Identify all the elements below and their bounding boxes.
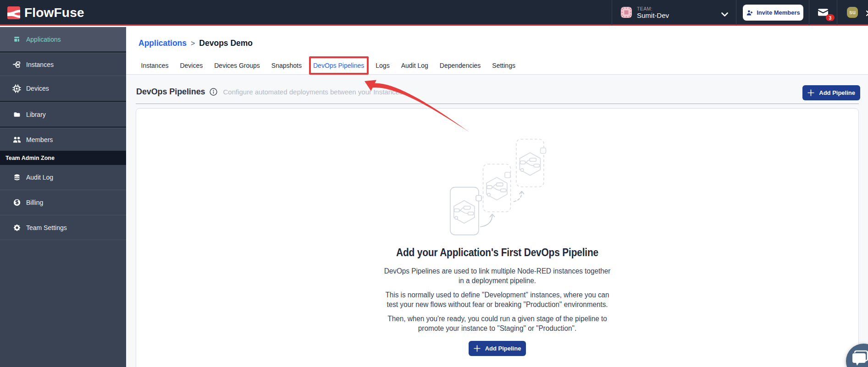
empty-state-paragraph: Then, when you're ready, you could run a… (152, 314, 842, 333)
user-add-icon (746, 9, 753, 16)
tab-audit-log[interactable]: Audit Log (395, 56, 434, 75)
top-navigation-bar: FlowFuse TEAM: Sumit-Dev Invite Members (0, 0, 868, 26)
invite-members-button[interactable]: Invite Members (743, 5, 803, 21)
currency-dollar-icon (12, 198, 21, 207)
user-avatar[interactable]: su (847, 7, 858, 18)
pipelines-empty-state-card: Add your Application's First DevOps Pipe… (136, 108, 859, 367)
section-subtitle: Configure automated deployments between … (223, 88, 403, 96)
sidebar-item-label: Library (26, 111, 46, 118)
empty-state-text-line2: promote your instance to "Staging" or "P… (418, 324, 576, 332)
notification-count-badge: 3 (826, 14, 835, 21)
empty-state-text-line1: Then, when you're ready, you could run a… (387, 315, 607, 323)
users-icon (12, 135, 21, 144)
empty-state-paragraph: DevOps Pipelines are used to link multip… (152, 266, 842, 285)
sidebar-item-label: Instances (26, 61, 54, 68)
tab-settings[interactable]: Settings (487, 56, 521, 75)
gear-icon (12, 223, 21, 232)
sidebar-navigation: Applications Instances (0, 27, 126, 367)
empty-state-text-line1: This is normally used to define "Develop… (385, 291, 609, 299)
database-icon (12, 173, 21, 182)
tab-snapshots[interactable]: Snapshots (265, 56, 307, 75)
empty-state-text-line1: DevOps Pipelines are used to link multip… (384, 267, 610, 275)
empty-state-paragraph: This is normally used to define "Develop… (152, 290, 842, 309)
sidebar-item-members[interactable]: Members (0, 128, 126, 151)
application-tabs: Instances Devices Devices Groups Snapsho… (135, 56, 521, 75)
sidebar-item-label: Devices (26, 85, 49, 92)
empty-state-text-line2: in a deployment pipeline. (459, 277, 536, 285)
sidebar-item-label: Applications (26, 36, 61, 43)
add-pipeline-label: Add Pipeline (819, 89, 855, 96)
team-label: TEAM: (637, 6, 652, 11)
pipeline-illustration (444, 136, 551, 239)
breadcrumb: Applications > Devops Demo (138, 38, 253, 48)
breadcrumb-applications-link[interactable]: Applications (138, 38, 187, 48)
sidebar-item-label: Members (26, 136, 53, 143)
sidebar-item-label: Billing (26, 199, 43, 206)
team-chevron-down-icon[interactable] (721, 11, 728, 19)
team-admin-zone-label: Team Admin Zone (0, 151, 126, 165)
section-header: DevOps Pipelines Configure automated dep… (136, 75, 859, 104)
applications-icon (12, 35, 21, 44)
section-title-row: DevOps Pipelines Configure automated dep… (136, 87, 403, 97)
header-divider (736, 0, 736, 26)
empty-state-heading: Add your Application's First DevOps Pipe… (183, 246, 811, 259)
tab-devops-pipelines[interactable]: DevOps Pipelines (308, 56, 370, 75)
flowfuse-logo[interactable]: FlowFuse (7, 6, 84, 19)
info-icon[interactable] (210, 88, 217, 96)
team-name[interactable]: Sumit-Dev (637, 11, 669, 19)
sidebar-item-instances[interactable]: Instances (0, 53, 126, 76)
header-divider (612, 0, 612, 26)
add-pipeline-button-top[interactable]: Add Pipeline (802, 85, 860, 100)
team-avatar[interactable] (621, 7, 632, 18)
sidebar-item-audit-log[interactable]: Audit Log (0, 165, 126, 190)
tab-instances[interactable]: Instances (135, 56, 174, 75)
sidebar-item-library[interactable]: Library (0, 103, 126, 126)
user-menu-chevron-icon (866, 10, 868, 18)
header-divider (837, 0, 837, 26)
add-pipeline-button-empty-state[interactable]: Add Pipeline (469, 341, 526, 356)
chip-icon (12, 84, 21, 93)
sidebar-item-billing[interactable]: Billing (0, 190, 126, 215)
page-header-strip: Applications > Devops Demo Instances Dev… (126, 27, 868, 75)
section-title: DevOps Pipelines (136, 87, 205, 97)
tab-devices[interactable]: Devices (174, 56, 209, 75)
plus-icon (474, 345, 481, 352)
tab-devices-groups[interactable]: Devices Groups (209, 56, 266, 75)
instances-icon (12, 60, 21, 69)
main-content: Applications > Devops Demo Instances Dev… (126, 27, 868, 367)
invite-members-label: Invite Members (757, 9, 800, 16)
chat-icon (851, 350, 868, 367)
plus-icon (807, 89, 814, 96)
empty-state-text-line2: test your new flows without fear or brea… (387, 301, 608, 308)
header-divider (809, 0, 809, 26)
tab-panel: DevOps Pipelines Configure automated dep… (126, 75, 868, 367)
sidebar-item-label: Audit Log (26, 174, 53, 181)
sidebar-item-devices[interactable]: Devices (0, 76, 126, 101)
brand-name: FlowFuse (24, 6, 84, 19)
tab-logs[interactable]: Logs (370, 56, 395, 75)
breadcrumb-current: Devops Demo (199, 38, 253, 48)
folder-icon (12, 110, 21, 119)
sidebar-item-team-settings[interactable]: Team Settings (0, 215, 126, 240)
sidebar-item-applications[interactable]: Applications (0, 27, 126, 51)
breadcrumb-separator: > (191, 39, 195, 48)
add-pipeline-label: Add Pipeline (485, 345, 521, 352)
flowfuse-logo-icon (7, 6, 20, 19)
tab-dependencies[interactable]: Dependencies (434, 56, 487, 75)
sidebar-item-label: Team Settings (26, 224, 67, 231)
